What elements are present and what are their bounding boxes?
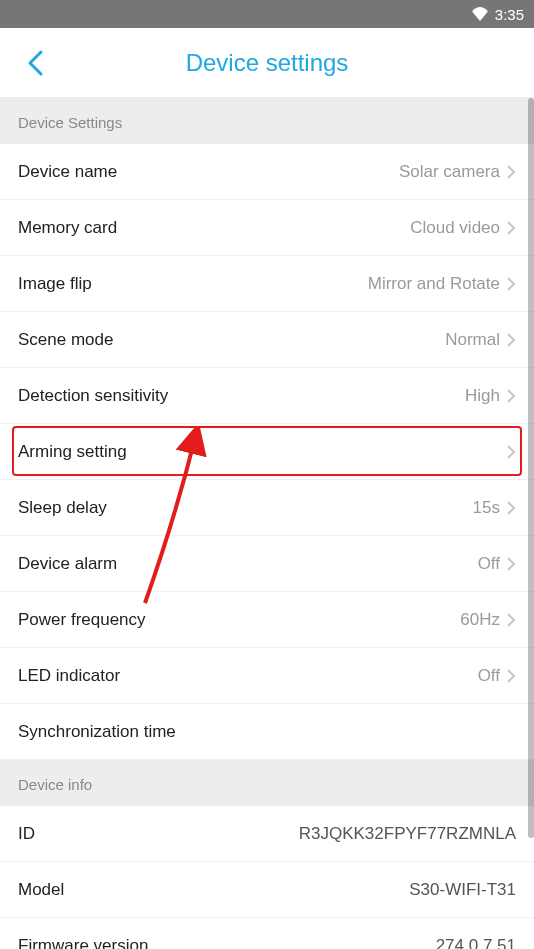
row-label: Memory card — [18, 218, 117, 238]
row-label: ID — [18, 824, 35, 844]
row-value: Mirror and Rotate — [368, 274, 500, 294]
chevron-right-icon — [506, 220, 516, 236]
row-label: Model — [18, 880, 64, 900]
scrollbar[interactable] — [528, 98, 534, 949]
back-button[interactable] — [18, 45, 54, 81]
row-label: Scene mode — [18, 330, 113, 350]
row-value: Off — [478, 554, 500, 574]
row-value: 15s — [473, 498, 500, 518]
row-value: High — [465, 386, 500, 406]
row-detection-sensitivity[interactable]: Detection sensitivity High — [0, 368, 534, 424]
row-firmware: Firmware version 274.0.7.51 — [0, 918, 534, 949]
row-label: Detection sensitivity — [18, 386, 168, 406]
scrollbar-thumb[interactable] — [528, 98, 534, 838]
row-label: Power frequency — [18, 610, 146, 630]
chevron-right-icon — [506, 164, 516, 180]
chevron-right-icon — [506, 388, 516, 404]
row-value: S30-WIFI-T31 — [409, 880, 516, 900]
row-power-frequency[interactable]: Power frequency 60Hz — [0, 592, 534, 648]
row-label: Arming setting — [18, 442, 127, 462]
row-value: Off — [478, 666, 500, 686]
chevron-left-icon — [26, 49, 46, 77]
row-label: Device name — [18, 162, 117, 182]
chevron-right-icon — [506, 556, 516, 572]
row-scene-mode[interactable]: Scene mode Normal — [0, 312, 534, 368]
row-arming-setting[interactable]: Arming setting — [0, 424, 534, 480]
row-led-indicator[interactable]: LED indicator Off — [0, 648, 534, 704]
app-header: Device settings — [0, 28, 534, 98]
row-model: Model S30-WIFI-T31 — [0, 862, 534, 918]
row-label: LED indicator — [18, 666, 120, 686]
row-synchronization-time[interactable]: Synchronization time — [0, 704, 534, 760]
row-value: Solar camera — [399, 162, 500, 182]
wifi-icon — [471, 7, 489, 21]
row-label: Image flip — [18, 274, 92, 294]
row-device-alarm[interactable]: Device alarm Off — [0, 536, 534, 592]
status-bar: 3:35 — [0, 0, 534, 28]
section-header-device-info: Device info — [0, 760, 534, 806]
row-image-flip[interactable]: Image flip Mirror and Rotate — [0, 256, 534, 312]
row-label: Sleep delay — [18, 498, 107, 518]
row-device-name[interactable]: Device name Solar camera — [0, 144, 534, 200]
row-value: R3JQKK32FPYF77RZMNLA — [299, 824, 516, 844]
status-time: 3:35 — [495, 6, 524, 23]
row-value: Normal — [445, 330, 500, 350]
page-title: Device settings — [186, 49, 349, 77]
chevron-right-icon — [506, 444, 516, 460]
row-sleep-delay[interactable]: Sleep delay 15s — [0, 480, 534, 536]
row-label: Device alarm — [18, 554, 117, 574]
row-value: Cloud video — [410, 218, 500, 238]
row-label: Firmware version — [18, 936, 148, 949]
chevron-right-icon — [506, 332, 516, 348]
row-id: ID R3JQKK32FPYF77RZMNLA — [0, 806, 534, 862]
section-header-device-settings: Device Settings — [0, 98, 534, 144]
chevron-right-icon — [506, 500, 516, 516]
row-memory-card[interactable]: Memory card Cloud video — [0, 200, 534, 256]
content-scroll: Device Settings Device name Solar camera… — [0, 98, 534, 949]
row-value: 274.0.7.51 — [436, 936, 516, 949]
chevron-right-icon — [506, 668, 516, 684]
chevron-right-icon — [506, 276, 516, 292]
row-value: 60Hz — [460, 610, 500, 630]
chevron-right-icon — [506, 612, 516, 628]
row-label: Synchronization time — [18, 722, 176, 742]
